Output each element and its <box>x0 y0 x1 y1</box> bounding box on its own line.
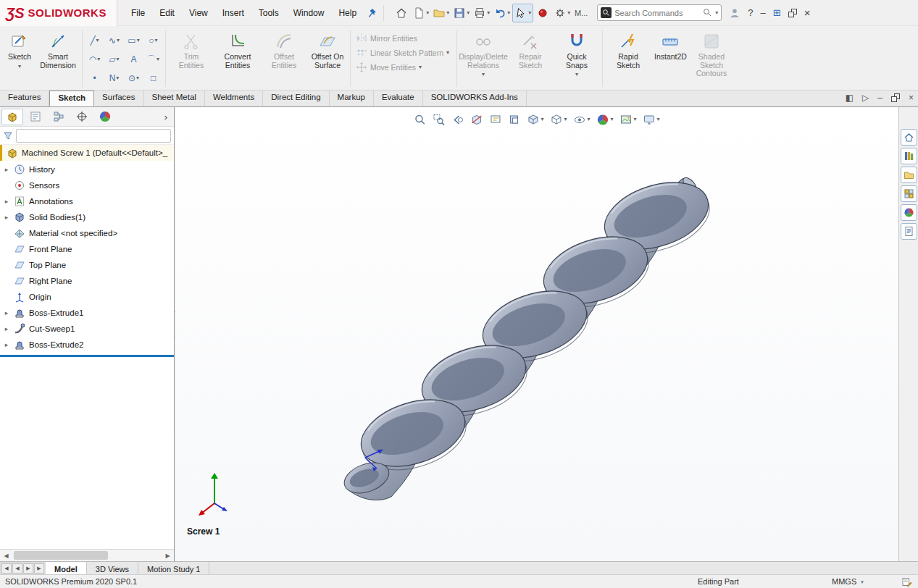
dimxpertmanager-tab[interactable] <box>71 109 93 125</box>
tree-item-material[interactable]: Material <not specified> <box>0 225 174 241</box>
sketch-button[interactable]: Sketch ▾ <box>3 28 36 89</box>
ellipse-tool[interactable]: ⊙▾ <box>124 69 143 88</box>
command-search[interactable]: ▾ <box>597 4 722 21</box>
tree-item-history[interactable]: ▸History <box>0 161 174 177</box>
dynamic-annotation-button[interactable] <box>487 111 504 128</box>
open-button[interactable]: ▾ <box>431 4 451 22</box>
close-button[interactable]: × <box>804 7 811 19</box>
tags-icon[interactable] <box>901 576 912 587</box>
first-tab-icon[interactable]: ◀ <box>1 563 12 574</box>
propertymanager-tab[interactable] <box>25 109 46 125</box>
tree-filter-input[interactable] <box>16 129 171 143</box>
expand-arrow-icon[interactable]: ▸ <box>3 214 10 221</box>
menu-view[interactable]: View <box>183 5 214 21</box>
edit-appearance-button[interactable]: ▾ <box>595 111 616 128</box>
view-selector-button[interactable] <box>506 111 522 128</box>
home-button[interactable] <box>393 4 410 22</box>
menu-window[interactable]: Window <box>287 5 331 21</box>
tree-root-item[interactable]: Machined Screw 1 (Default<<Default>_ <box>0 145 174 161</box>
quick-snaps-button[interactable]: Quick Snaps ▾ <box>554 28 600 89</box>
tree-item-annotations[interactable]: ▸Annotations <box>0 193 174 209</box>
previous-view-button[interactable] <box>449 111 466 128</box>
tab-motion-study[interactable]: Motion Study 1 <box>138 562 209 574</box>
help-button[interactable]: ? <box>748 7 753 18</box>
pane-toggle-icon[interactable]: ◧ <box>846 93 854 103</box>
convert-entities-button[interactable]: Convert Entities <box>214 28 261 89</box>
tab-3d-views[interactable]: 3D Views <box>87 562 138 574</box>
restore-button[interactable] <box>788 9 797 17</box>
displaymanager-tab[interactable] <box>94 109 116 125</box>
appearances-icon[interactable] <box>901 204 917 221</box>
tab-sheet-metal[interactable]: Sheet Metal <box>144 91 205 106</box>
tree-item-front-plane[interactable]: Front Plane <box>0 241 174 257</box>
expand-arrow-icon[interactable]: ▸ <box>3 166 10 173</box>
tree-item-sensors[interactable]: Sensors <box>0 177 174 193</box>
zoom-area-button[interactable] <box>430 111 447 128</box>
configurationmanager-tab[interactable] <box>48 109 70 125</box>
tab-weldments[interactable]: Weldments <box>205 91 263 106</box>
doc-restore-button[interactable] <box>891 93 900 102</box>
tree-item-right-plane[interactable]: Right Plane <box>0 273 174 289</box>
construction-tool[interactable]: □ <box>143 69 163 88</box>
save-button[interactable]: ▾ <box>451 4 471 22</box>
section-view-button[interactable] <box>468 111 485 128</box>
screw-model[interactable] <box>175 107 898 561</box>
arc-tool[interactable]: ◠▾ <box>85 50 104 69</box>
doc-close-button[interactable]: × <box>909 93 914 103</box>
tree-horizontal-scrollbar[interactable]: ◀ ▶ <box>0 549 174 561</box>
view-settings-button[interactable]: ▾ <box>641 111 662 128</box>
featuremanager-tab[interactable] <box>1 109 23 125</box>
home-tab-icon[interactable] <box>901 129 917 146</box>
search-caret-icon[interactable]: ▾ <box>715 10 718 16</box>
doc-minimize-button[interactable]: – <box>877 93 882 103</box>
next-tab-icon[interactable]: ▶ <box>23 563 33 574</box>
tree-item-boss-extrude1[interactable]: ▸Boss-Extrude1 <box>0 305 174 321</box>
last-tab-icon[interactable]: ▶ <box>34 563 44 574</box>
tab-sketch[interactable]: Sketch <box>49 91 94 106</box>
search-input[interactable] <box>614 9 700 17</box>
units-selector[interactable]: MMGS ▾ <box>832 577 864 586</box>
rectangle-tool[interactable]: ▭▾ <box>124 31 143 50</box>
custom-properties-icon[interactable] <box>901 223 917 240</box>
options-gear-button[interactable]: ▾ <box>552 4 572 22</box>
offset-on-surface-button[interactable]: Offset On Surface <box>307 28 348 89</box>
select-tool-button[interactable]: ▾ <box>512 4 533 22</box>
hide-show-items-button[interactable]: ▾ <box>571 111 592 128</box>
expand-arrow-icon[interactable]: ▸ <box>3 309 10 316</box>
tree-item-origin[interactable]: Origin <box>0 289 174 305</box>
apply-scene-button[interactable]: ▾ <box>618 111 639 128</box>
fillet-tool[interactable]: ⌒▾ <box>143 50 163 69</box>
spline-tool[interactable]: ∿▾ <box>104 31 124 50</box>
scroll-left-icon[interactable]: ◀ <box>0 550 12 561</box>
tree-item-solid-bodies[interactable]: ▸Solid Bodies(1) <box>0 209 174 225</box>
tree-item-cut-sweep1[interactable]: ▸Cut-Sweep1 <box>0 321 174 337</box>
macro-record-icon[interactable] <box>534 4 551 22</box>
view-palette-icon[interactable] <box>901 185 917 202</box>
scrollbar-track[interactable] <box>12 550 162 561</box>
tree-item-top-plane[interactable]: Top Plane <box>0 257 174 273</box>
new-document-button[interactable]: ▾ <box>411 4 430 22</box>
menu-help[interactable]: Help <box>332 5 363 21</box>
panel-tabs-overflow-icon[interactable]: › <box>159 112 172 122</box>
tab-markup[interactable]: Markup <box>330 91 374 106</box>
slot-tool[interactable]: ▱▾ <box>104 50 124 69</box>
expand-arrow-icon[interactable]: ▸ <box>3 325 10 332</box>
smart-dimension-button[interactable]: Smart Dimension <box>36 28 80 89</box>
file-explorer-icon[interactable] <box>901 167 917 183</box>
line-tool[interactable]: ╱▾ <box>85 31 104 50</box>
graphics-viewport[interactable]: ▾ ▾ ▾ ▾ ▾ ▾ <box>175 107 898 561</box>
spline-n-tool[interactable]: N▾ <box>104 69 124 88</box>
tree-item-boss-extrude2[interactable]: ▸Boss-Extrude2 <box>0 337 174 353</box>
instant2d-button[interactable]: Instant2D <box>651 28 690 89</box>
display-style-button[interactable]: ▾ <box>548 111 569 128</box>
pin-menu-icon[interactable] <box>363 4 380 22</box>
search-icon[interactable] <box>703 8 712 17</box>
menu-insert[interactable]: Insert <box>216 5 251 21</box>
tab-features[interactable]: Features <box>0 91 49 106</box>
view-orientation-button[interactable]: ▾ <box>525 111 546 128</box>
menu-file[interactable]: File <box>125 5 151 21</box>
zoom-fit-button[interactable] <box>412 111 428 128</box>
toolbar-overflow-button[interactable]: M... <box>572 4 590 22</box>
print-button[interactable]: ▾ <box>472 4 491 22</box>
scrollbar-thumb[interactable] <box>14 551 108 560</box>
